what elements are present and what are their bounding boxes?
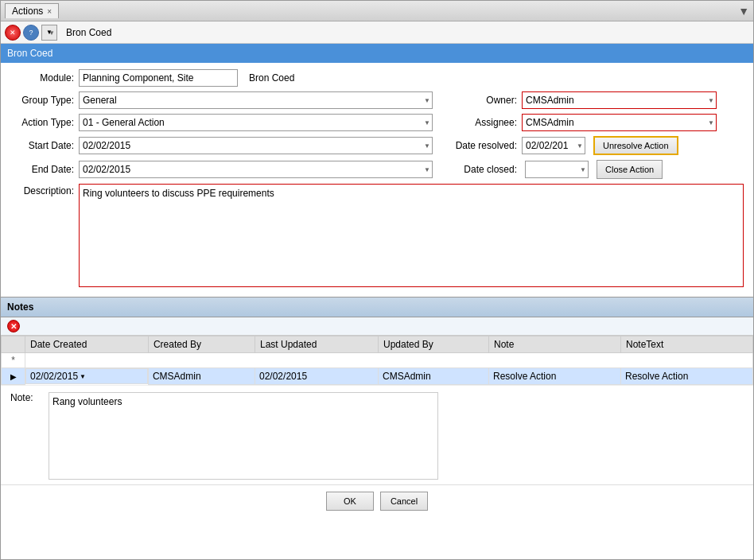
row-note-text: Resolve Action [620,368,752,385]
date-resolved-label: Date resolved: [453,140,517,151]
notes-toolbar: ✕ [1,317,753,336]
action-type-select[interactable]: 01 - General Action [79,114,433,131]
table-scroll: Date Created Created By Last Updated Upd… [1,336,753,385]
date-dropdown-icon[interactable]: ▼ [80,373,86,380]
assignee-select[interactable]: CMSAdmin [522,114,717,131]
action-type-label: Action Type: [10,117,74,128]
module-user: Bron Coed [249,72,294,84]
date-resolved-wrapper[interactable] [522,137,585,154]
module-input[interactable] [79,69,238,87]
col-last-updated[interactable]: Last Updated [255,336,379,353]
start-date-row: Start Date: Date resolved: Unresolve Act… [10,136,744,155]
start-date-wrapper[interactable] [79,137,433,154]
new-row: * [2,353,753,368]
group-type-label: Group Type: [10,95,74,106]
note-textarea[interactable]: Rang volunteers [49,392,438,480]
description-label: Description: [10,184,74,196]
action-type-row: Action Type: 01 - General Action Assigne… [10,114,744,131]
module-row: Module: Bron Coed [10,69,744,87]
actions-tab[interactable]: Actions × [5,3,59,18]
row-date-created: 02/02/2015 [30,371,78,382]
notes-header: Notes [1,297,753,317]
window-maximize[interactable]: ▼ [738,5,749,18]
end-date-row: End Date: Date closed: Close Action [10,160,744,179]
owner-label: Owner: [453,95,517,106]
toolbar-username: Bron Coed [66,27,111,38]
table-header-row: Date Created Created By Last Updated Upd… [2,336,753,353]
main-window: Actions × ▼ ✕ ? ▼ Bron Coed Bron Coed Mo… [0,0,754,560]
assignee-label: Assignee: [453,117,517,128]
col-note[interactable]: Note [489,336,621,353]
row-arrow: ▶ [2,368,25,385]
user-bar: Bron Coed [1,44,753,63]
table-row[interactable]: ▶ 02/02/2015 ▼ CMSAdmin 02/02/2015 CMSAd… [2,368,753,385]
module-label: Module: [10,72,74,84]
description-textarea[interactable]: Ring volunteers to discuss PPE requireme… [79,184,744,287]
row-note: Resolve Action [489,368,621,385]
help-button[interactable]: ? [23,25,39,41]
owner-select[interactable]: CMSAdmin [522,91,717,109]
toolbar: ✕ ? ▼ Bron Coed [1,21,753,44]
main-content: Module: Bron Coed Group Type: General Ow… [1,63,753,559]
user-bar-name: Bron Coed [7,48,52,59]
group-type-select-wrapper[interactable]: General [79,91,433,109]
unresolve-action-button[interactable]: Unresolve Action [593,136,678,155]
help-dropdown[interactable]: ▼ [41,25,57,41]
col-created-by[interactable]: Created By [148,336,255,353]
start-date-label: Start Date: [10,140,74,151]
description-area: Description: Ring volunteers to discuss … [10,184,744,287]
end-date-label: End Date: [10,164,74,175]
form-area: Module: Bron Coed Group Type: General Ow… [1,63,753,297]
date-closed-input[interactable] [525,161,589,178]
ok-button[interactable]: OK [326,492,374,511]
date-resolved-input[interactable] [522,137,585,154]
close-action-button[interactable]: Close Action [597,160,663,179]
close-button[interactable]: ✕ [5,25,21,41]
delete-note-button[interactable]: ✕ [7,320,20,332]
owner-select-wrapper[interactable]: CMSAdmin [522,91,717,109]
tab-label: Actions [12,6,43,17]
row-created-by: CMSAdmin [148,368,255,385]
group-type-row: Group Type: General Owner: CMSAdmin [10,91,744,109]
start-date-input[interactable] [79,137,433,154]
end-date-wrapper[interactable] [79,161,433,178]
note-label: Note: [10,391,42,403]
cancel-button[interactable]: Cancel [380,492,428,511]
col-selector [2,336,25,353]
tab-close-button[interactable]: × [47,7,52,16]
col-updated-by[interactable]: Updated By [378,336,488,353]
row-updated-by: CMSAdmin [378,368,488,385]
title-bar: Actions × ▼ [1,1,753,21]
row-last-updated: 02/02/2015 [255,368,379,385]
assignee-select-wrapper[interactable]: CMSAdmin [522,114,717,131]
date-closed-label: Date closed: [453,164,517,175]
ok-cancel-area: OK Cancel [1,484,753,517]
note-expanded-area: Note: Rang volunteers [1,385,753,484]
group-type-select[interactable]: General [79,91,433,109]
end-date-input[interactable] [79,161,433,178]
date-closed-wrapper[interactable] [525,161,589,178]
action-type-select-wrapper[interactable]: 01 - General Action [79,114,433,131]
notes-table: Date Created Created By Last Updated Upd… [1,336,753,385]
notes-title: Notes [7,301,33,313]
col-note-text[interactable]: NoteText [620,336,752,353]
new-row-indicator: * [2,353,25,368]
col-date-created[interactable]: Date Created [25,336,149,353]
